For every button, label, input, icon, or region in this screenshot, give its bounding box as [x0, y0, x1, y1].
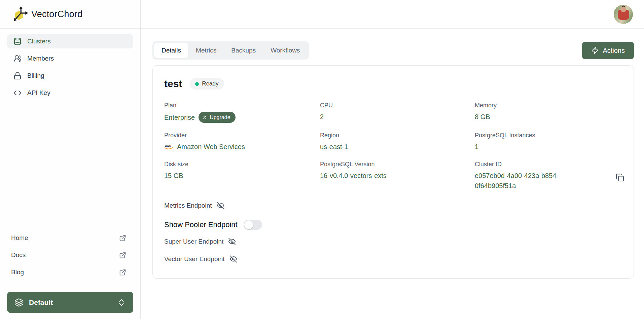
chevrons-up-icon [202, 114, 208, 120]
field-label: CPU [320, 102, 475, 109]
field-label: Plan [164, 102, 320, 109]
database-icon [13, 37, 22, 45]
provider-value: Amazon Web Services [177, 142, 245, 152]
app-root: VectorChord Clusters Members Billing API… [0, 0, 644, 319]
field-value: Enterprise Upgrade [164, 112, 320, 123]
sidebar-nav: Clusters Members Billing API Key [0, 29, 140, 100]
aws-icon: aws [164, 144, 173, 150]
cluster-fields-grid: Plan Enterprise Upgrade CPU 2 [164, 102, 622, 191]
tab-label: Metrics [196, 47, 216, 54]
tab-backups[interactable]: Backups [224, 43, 263, 58]
field-value: 1 [475, 142, 622, 152]
endpoints-section: Metrics Endpoint Show Pooler Endpoint Su… [164, 202, 622, 263]
sidebar-external-links: Home Docs Blog [0, 233, 140, 284]
metrics-endpoint-row: Metrics Endpoint [164, 202, 622, 209]
topbar [141, 0, 644, 29]
status-label: Ready [202, 80, 218, 87]
field-label: PostgreSQL Version [320, 161, 475, 168]
field-label: Memory [475, 102, 622, 109]
tab-metrics[interactable]: Metrics [188, 43, 224, 58]
code-icon [13, 89, 22, 97]
sidebar-item-clusters[interactable]: Clusters [7, 34, 133, 48]
users-icon [13, 55, 22, 63]
field-value: 15 GB [164, 171, 320, 181]
field-label: Region [320, 132, 475, 139]
field-value: aws Amazon Web Services [164, 142, 320, 152]
pooler-toggle[interactable] [244, 220, 262, 230]
field-postgres-version: PostgreSQL Version 16-v0.4.0-vectors-ext… [320, 161, 475, 191]
field-label: PostgreSQL Instances [475, 132, 622, 139]
content-header: Details Metrics Backups Workflows Action… [152, 41, 634, 60]
brand-name: VectorChord [31, 9, 82, 20]
upgrade-button[interactable]: Upgrade [199, 112, 235, 123]
external-link-icon [119, 252, 126, 259]
upgrade-button-label: Upgrade [210, 114, 230, 120]
field-value: us-east-1 [320, 142, 475, 152]
metrics-endpoint-label: Metrics Endpoint [164, 202, 212, 209]
tab-bar: Details Metrics Backups Workflows [152, 41, 309, 60]
user-avatar[interactable] [614, 5, 633, 24]
link-docs[interactable]: Docs [11, 250, 126, 260]
chevrons-up-down-icon [117, 298, 126, 307]
tab-details[interactable]: Details [154, 43, 188, 58]
org-switcher-label: Default [29, 298, 53, 307]
link-label: Home [11, 234, 28, 242]
field-label: Disk size [164, 161, 320, 168]
vectorchord-logo-icon [11, 5, 29, 23]
cluster-name: test [164, 78, 182, 90]
field-memory: Memory 8 GB [475, 102, 622, 123]
tab-label: Details [162, 47, 181, 54]
eye-off-icon[interactable] [217, 202, 224, 209]
field-value: 16-v0.4.0-vectors-exts [320, 171, 475, 181]
pooler-toggle-label: Show Pooler Endpoint [164, 220, 238, 229]
vector-user-endpoint-label: Vector User Endpoint [164, 255, 225, 263]
plan-value: Enterprise [164, 112, 195, 122]
pooler-endpoint-row: Show Pooler Endpoint [164, 220, 622, 230]
actions-button-label: Actions [603, 47, 625, 55]
field-region: Region us-east-1 [320, 132, 475, 152]
link-blog[interactable]: Blog [11, 267, 126, 277]
tab-workflows[interactable]: Workflows [263, 43, 307, 58]
cluster-details-card: test Ready Plan Enterprise Upgrade [152, 65, 634, 279]
main-area: Details Metrics Backups Workflows Action… [141, 0, 644, 319]
field-postgres-instances: PostgreSQL Instances 1 [475, 132, 622, 152]
tab-label: Backups [231, 47, 256, 54]
sidebar-item-label: API Key [27, 89, 50, 97]
vector-user-endpoint-row: Vector User Endpoint [164, 255, 622, 263]
copy-cluster-id-button[interactable] [614, 172, 625, 184]
toggle-knob [244, 220, 253, 229]
super-user-endpoint-row: Super User Endpoint [164, 238, 622, 245]
field-value: e057eb0d-4a00-423a-b854-0f64b905f51a [475, 171, 577, 191]
field-label: Provider [164, 132, 320, 139]
field-plan: Plan Enterprise Upgrade [164, 102, 320, 123]
field-disk-size: Disk size 15 GB [164, 161, 320, 191]
external-link-icon [119, 235, 126, 242]
link-label: Blog [11, 269, 24, 276]
tab-label: Workflows [271, 47, 300, 54]
link-home[interactable]: Home [11, 233, 126, 243]
sidebar-item-members[interactable]: Members [7, 51, 133, 66]
field-cluster-id: Cluster ID e057eb0d-4a00-423a-b854-0f64b… [475, 161, 622, 191]
sidebar-item-label: Members [27, 55, 54, 62]
field-label: Cluster ID [475, 161, 622, 168]
external-link-icon [119, 269, 126, 276]
lock-icon [13, 72, 22, 80]
cluster-title-row: test Ready [164, 78, 622, 90]
super-user-endpoint-label: Super User Endpoint [164, 238, 223, 245]
eye-off-icon[interactable] [228, 238, 236, 245]
sidebar-item-label: Billing [27, 72, 44, 79]
sidebar-item-label: Clusters [27, 38, 51, 45]
svg-text:aws: aws [165, 144, 171, 147]
org-switcher-button[interactable]: Default [7, 292, 133, 313]
actions-button[interactable]: Actions [582, 42, 634, 59]
zap-icon [591, 47, 599, 54]
link-label: Docs [11, 251, 26, 259]
sidebar-header: VectorChord [0, 0, 140, 29]
eye-off-icon[interactable] [229, 255, 237, 263]
sidebar: VectorChord Clusters Members Billing API… [0, 0, 141, 319]
status-badge: Ready [190, 78, 224, 90]
sidebar-item-api-key[interactable]: API Key [7, 86, 133, 100]
sidebar-item-billing[interactable]: Billing [7, 69, 133, 83]
content: Details Metrics Backups Workflows Action… [141, 29, 644, 279]
field-value: 8 GB [475, 112, 622, 122]
